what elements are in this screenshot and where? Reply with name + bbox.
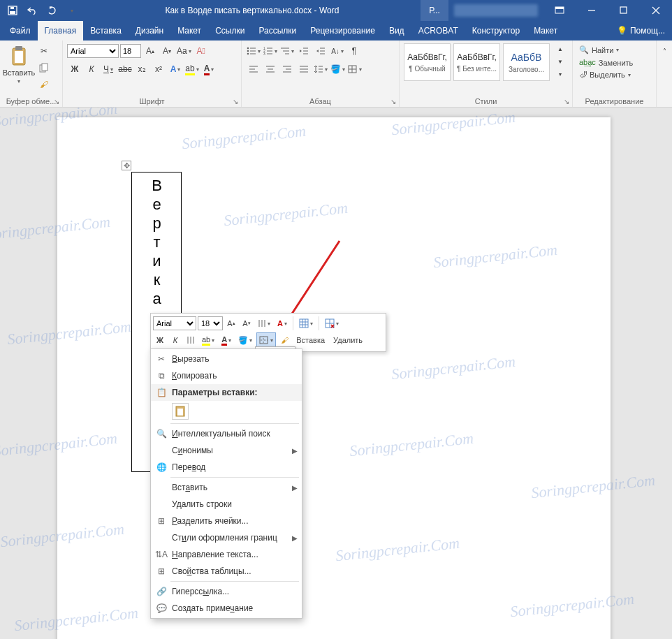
mini-font-color[interactable]: A: [219, 332, 234, 348]
tab-acrobat[interactable]: ACROBAT: [411, 21, 465, 41]
tab-mailings[interactable]: Рассылки: [251, 21, 303, 41]
align-center-button[interactable]: [263, 61, 278, 77]
minimize-button[interactable]: [576, 0, 608, 21]
justify-button[interactable]: [296, 61, 312, 77]
mini-columns[interactable]: [255, 316, 273, 331]
mini-align[interactable]: [184, 332, 198, 348]
align-right-button[interactable]: [279, 61, 295, 77]
change-case-button[interactable]: Aa: [176, 43, 192, 59]
underline-button[interactable]: Ч: [101, 61, 116, 77]
tab-design[interactable]: Дизайн: [129, 21, 170, 41]
document-area[interactable]: ✥ Вертикальный те Soringpcrepair.Com Sor…: [0, 108, 672, 639]
format-painter-button[interactable]: 🖌: [36, 77, 52, 92]
tab-insert[interactable]: Вставка: [83, 21, 129, 41]
font-color-button[interactable]: A: [201, 61, 217, 77]
collapse-ribbon-button[interactable]: ˄: [657, 43, 672, 59]
ctx-new-comment[interactable]: 💬Создать примечание: [151, 600, 302, 617]
bullets-button[interactable]: [246, 43, 261, 59]
styles-dialog-launcher[interactable]: ↘: [564, 98, 569, 105]
tab-file[interactable]: Файл: [3, 21, 38, 41]
mini-highlight[interactable]: ab: [199, 332, 217, 348]
ctx-translate[interactable]: 🌐Перевод: [151, 459, 302, 476]
clear-formatting-button[interactable]: Aͯ: [193, 43, 209, 59]
mini-borders[interactable]: [256, 332, 276, 348]
ctx-delete-rows[interactable]: Удалить строки: [151, 496, 302, 513]
paste-button[interactable]: Вставить ▾: [4, 43, 34, 85]
increase-indent-button[interactable]: [313, 43, 328, 59]
subscript-button[interactable]: x₂: [134, 61, 149, 77]
ctx-table-properties[interactable]: ⊞Свойства таблицы...: [151, 563, 302, 580]
font-dialog-launcher[interactable]: ↘: [233, 98, 238, 105]
paste-keep-source[interactable]: [172, 403, 189, 420]
cut-button[interactable]: ✂: [36, 43, 52, 59]
multilevel-list-button[interactable]: [279, 43, 295, 59]
tab-table-design[interactable]: Конструктор: [465, 21, 527, 41]
styles-scroll-down[interactable]: ▼: [553, 56, 568, 67]
mini-italic[interactable]: К: [168, 332, 182, 348]
grow-font-button[interactable]: A▴: [143, 43, 158, 59]
italic-button[interactable]: К: [84, 61, 99, 77]
font-size-input[interactable]: [120, 44, 141, 58]
mini-font-size[interactable]: 18: [198, 316, 223, 330]
style-heading1[interactable]: АаБбВЗаголово...: [503, 43, 550, 81]
style-normal[interactable]: АаБбВвГг,¶ Обычный: [404, 43, 451, 81]
font-name-select[interactable]: Arial: [67, 44, 119, 58]
mini-insert-label[interactable]: Вставка: [293, 332, 328, 348]
maximize-button[interactable]: [608, 0, 640, 21]
ctx-cut[interactable]: ✂Вырезать: [151, 351, 302, 367]
strikethrough-button[interactable]: abc: [117, 61, 133, 77]
mini-grow-font[interactable]: A▴: [224, 316, 238, 331]
borders-button[interactable]: [347, 61, 363, 77]
mini-shrink-font[interactable]: A▾: [240, 316, 254, 331]
replace-button[interactable]: ab⁠͢acЗаменить: [577, 57, 635, 68]
clipboard-dialog-launcher[interactable]: ↘: [54, 98, 59, 105]
save-button[interactable]: [4, 2, 21, 19]
tell-me[interactable]: 💡 Помощ...: [610, 21, 672, 41]
redo-button[interactable]: [43, 2, 60, 19]
ctx-synonyms[interactable]: Синонимы▶: [151, 442, 302, 459]
tab-home[interactable]: Главная: [38, 21, 84, 41]
ctx-smart-lookup[interactable]: 🔍Интеллектуальный поиск: [151, 425, 302, 442]
shading-button[interactable]: 🪣: [330, 61, 346, 77]
numbering-button[interactable]: 123: [263, 43, 278, 59]
tab-references[interactable]: Ссылки: [208, 21, 251, 41]
mini-delete-table[interactable]: [322, 316, 342, 331]
mini-style[interactable]: A: [275, 316, 290, 331]
show-marks-button[interactable]: ¶: [346, 43, 362, 59]
line-spacing-button[interactable]: [313, 61, 328, 77]
align-left-button[interactable]: [246, 61, 261, 77]
mini-insert-table[interactable]: [296, 316, 316, 331]
tab-layout[interactable]: Макет: [170, 21, 208, 41]
ctx-hyperlink[interactable]: 🔗Гиперссылка...: [151, 583, 302, 600]
decrease-indent-button[interactable]: [296, 43, 312, 59]
table-move-handle[interactable]: ✥: [122, 161, 131, 170]
tab-table-layout[interactable]: Макет: [527, 21, 564, 41]
ctx-border-styles[interactable]: Стили оформления границ▶: [151, 529, 302, 546]
mini-format-painter[interactable]: 🖌: [277, 332, 291, 348]
ctx-split-cells[interactable]: ⊞Разделить ячейки...: [151, 513, 302, 529]
shrink-font-button[interactable]: A▾: [159, 43, 175, 59]
paragraph-dialog-launcher[interactable]: ↘: [390, 98, 396, 105]
mini-bold[interactable]: Ж: [153, 332, 167, 348]
mini-font-name[interactable]: Arial: [153, 316, 196, 330]
highlight-button[interactable]: ab: [184, 61, 200, 77]
mini-shading[interactable]: 🪣: [235, 332, 255, 348]
ribbon-options-button[interactable]: [543, 0, 576, 21]
qat-customize-button[interactable]: [63, 2, 80, 19]
tab-review[interactable]: Рецензирование: [303, 21, 382, 41]
account-badge[interactable]: Р...: [421, 0, 448, 21]
undo-button[interactable]: [24, 2, 41, 19]
ctx-text-direction[interactable]: ⇅AНаправление текста...: [151, 546, 302, 563]
styles-scroll-up[interactable]: ▲: [553, 43, 568, 54]
superscript-button[interactable]: x²: [151, 61, 166, 77]
ctx-copy[interactable]: ⧉Копировать: [151, 367, 302, 384]
style-no-spacing[interactable]: АаБбВвГг,¶ Без инте...: [453, 43, 500, 81]
text-effects-button[interactable]: A: [168, 61, 183, 77]
copy-button[interactable]: [36, 60, 52, 75]
styles-expand[interactable]: ▾: [553, 68, 568, 80]
page[interactable]: ✥ Вертикальный те: [57, 117, 611, 639]
close-button[interactable]: [640, 0, 672, 21]
find-button[interactable]: 🔍Найти ▾: [577, 45, 635, 55]
sort-button[interactable]: A↓: [330, 43, 345, 59]
ctx-insert[interactable]: Вставить▶: [151, 479, 302, 496]
